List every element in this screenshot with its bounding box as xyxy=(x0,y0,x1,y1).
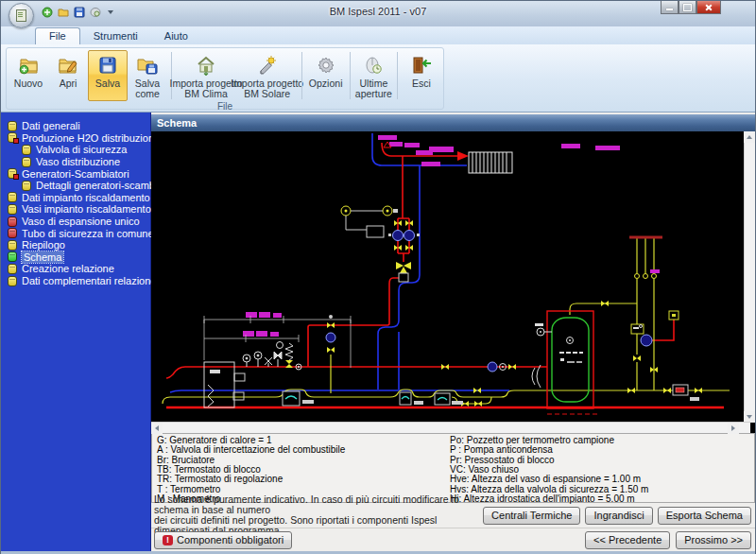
esporta-schema-button[interactable]: Esporta Schema xyxy=(658,507,751,525)
centrali-termiche-button[interactable]: Centrali Termiche xyxy=(483,507,580,525)
sidebar-item-label: Produzione H2O distribuzione xyxy=(22,132,160,144)
scroll-left-icon[interactable] xyxy=(151,423,163,434)
sidebar-item-vaso-distribuzione[interactable]: Vaso distribuzione xyxy=(1,156,150,168)
sidebar-item-label: Valvola di sicurezza xyxy=(36,144,127,155)
required-components-button[interactable]: ! Componenti obbligatori xyxy=(154,531,292,549)
sidebar-item-riepilogo[interactable]: Riepilogo xyxy=(1,239,150,251)
sidebar-item-label: Dati complementari relazione xyxy=(22,275,156,286)
radiator xyxy=(469,152,512,173)
ribbon-button-apri[interactable]: Apri xyxy=(48,50,88,101)
next-button[interactable]: Prossimo >> xyxy=(676,531,751,549)
folder-open-icon xyxy=(57,54,79,77)
sidebar-item-dati-impianto-riscaldamento[interactable]: Dati impianto riscaldamento xyxy=(1,192,150,204)
tab-aiuto[interactable]: Aiuto xyxy=(151,28,201,44)
sidebar-item-label: Schema xyxy=(22,251,63,263)
scroll-right-icon[interactable] xyxy=(728,423,739,434)
pump-icon xyxy=(641,335,652,346)
sidebar-item-produzione-h2o-distribuzione[interactable]: Produzione H2O distribuzione xyxy=(1,132,150,145)
folder-new-icon xyxy=(17,54,40,77)
sidebar-item-label: Vaso di espansione unico xyxy=(22,216,140,227)
scroll-up-icon[interactable] xyxy=(744,131,755,143)
yellow-node-icon xyxy=(8,168,17,179)
gear-icon xyxy=(315,54,337,77)
sidebar-item-label: Tubo di sicurezza in comune xyxy=(22,228,154,239)
safety-group-component xyxy=(631,324,644,334)
window-controls xyxy=(661,1,721,14)
sidebar-item-label: Generatori-Scambiatori xyxy=(22,168,129,180)
ribbon-button-esci[interactable]: Esci xyxy=(402,50,441,101)
sidebar-item-schema[interactable]: Schema xyxy=(1,251,150,264)
close-button[interactable] xyxy=(696,1,721,14)
tab-strumenti[interactable]: Strumenti xyxy=(80,28,151,44)
yellow-node-icon xyxy=(8,204,17,215)
green-node-icon xyxy=(8,251,17,262)
floppy-icon xyxy=(96,54,119,77)
yellow-node-icon xyxy=(8,121,17,131)
note-row: Lo schema è puramente indicativo. In cas… xyxy=(151,503,755,528)
ribbon-button-label: Salvacome xyxy=(135,78,160,99)
ribbon-button-importa-progetto-bm-clima[interactable]: Importa progettoBM Clima xyxy=(176,50,237,101)
minimize-button[interactable] xyxy=(661,1,679,14)
recent-icon xyxy=(362,54,385,77)
yellow-node-icon xyxy=(22,157,31,167)
pump-icon xyxy=(404,231,415,241)
sidebar-item-generatori-scambiatori[interactable]: Generatori-Scambiatori xyxy=(1,167,150,180)
pump-icon xyxy=(326,333,335,342)
ribbon: NuovoApriSalvaSalvacomeImporta progettoB… xyxy=(1,45,755,113)
ribbon-separator xyxy=(350,52,351,99)
yellow-node-icon xyxy=(8,240,17,251)
house-icon xyxy=(195,54,217,77)
solar-icon xyxy=(256,54,279,77)
ribbon-button-nuovo[interactable]: Nuovo xyxy=(9,50,48,101)
yellow-node-icon xyxy=(8,132,17,143)
ribbon-button-salva[interactable]: Salva xyxy=(88,50,128,101)
ribbon-button-opzioni[interactable]: Opzioni xyxy=(306,50,346,101)
sidebar-item-tubo-di-sicurezza-in-comune[interactable]: Tubo di sicurezza in comune xyxy=(1,227,150,239)
ribbon-button-importa-progetto-bm-solare[interactable]: Importa progettoBM Solare xyxy=(236,50,298,101)
sidebar-item-label: Dati generali xyxy=(22,120,80,131)
sidebar-item-vasi-impianto-riscaldamento[interactable]: Vasi impianto riscaldamento xyxy=(1,203,150,216)
sidebar-item-dati-generali[interactable]: Dati generali xyxy=(1,120,150,132)
yellow-node-icon xyxy=(22,145,31,155)
ribbon-button-ultime-aperture[interactable]: Ultimeaperture xyxy=(353,50,393,101)
schema-canvas xyxy=(151,131,755,433)
sidebar-item-label: Vasi impianto riscaldamento xyxy=(22,203,151,215)
ribbon-button-label: Ultimeaperture xyxy=(355,78,392,99)
previous-button[interactable]: << Precedente xyxy=(585,531,670,549)
ribbon-button-salva-come[interactable]: Salvacome xyxy=(128,50,167,101)
ribbon-tabs: FileStrumentiAiuto xyxy=(1,26,755,45)
maximize-button[interactable] xyxy=(679,1,696,14)
sidebar-item-vaso-di-espansione-unico[interactable]: Vaso di espansione unico xyxy=(1,216,150,228)
ribbon-separator xyxy=(301,52,302,99)
sidebar-item-dettagli-generatori-scambiatori[interactable]: Dettagli generatori-scambiatori xyxy=(1,180,150,192)
vertical-scrollbar[interactable] xyxy=(744,131,755,423)
ribbon-button-label: Opzioni xyxy=(309,78,343,89)
tab-file[interactable]: File xyxy=(35,27,80,44)
sidebar-item-label: Riepilogo xyxy=(22,239,65,251)
ribbon-button-label: Importa progettoBM Solare xyxy=(231,78,303,99)
schema-section-header: Schema xyxy=(151,114,755,131)
horizontal-scrollbar[interactable] xyxy=(151,422,750,433)
schema-diagram xyxy=(151,131,739,423)
pump-icon xyxy=(488,362,497,372)
sidebar-item-label: Vaso distribuzione xyxy=(36,156,120,167)
app-window: BM Ispesl 2011 - v07 FileStrumentiAiuto … xyxy=(0,0,756,554)
ribbon-separator xyxy=(397,52,398,99)
ribbon-button-label: Esci xyxy=(412,78,431,89)
child-mark-icon xyxy=(13,174,19,180)
sidebar-item-label: Dati impianto riscaldamento xyxy=(22,192,150,203)
ingrandisci-button[interactable]: Ingrandisci xyxy=(585,507,652,525)
floppy-as-icon xyxy=(136,54,159,77)
sidebar-item-dati-complementari-relazione[interactable]: Dati complementari relazione xyxy=(1,275,150,287)
bottom-bar: ! Componenti obbligatori << Precedente P… xyxy=(151,528,755,551)
red-node-icon xyxy=(8,228,17,238)
ribbon-group-file: NuovoApriSalvaSalvacomeImporta progettoB… xyxy=(6,47,444,110)
sidebar-item-creazione-relazione[interactable]: Creazione relazione xyxy=(1,263,150,275)
red-node-icon xyxy=(8,216,17,227)
sidebar-item-valvola-di-sicurezza[interactable]: Valvola di sicurezza xyxy=(1,144,150,156)
window-title: BM Ispesl 2011 - v07 xyxy=(1,6,755,17)
legend-line: TR: Termostato di regolazione xyxy=(157,475,445,484)
yellow-node-icon xyxy=(8,192,17,202)
content-panel: Schema xyxy=(151,113,755,551)
ribbon-button-label: Nuovo xyxy=(14,78,43,89)
